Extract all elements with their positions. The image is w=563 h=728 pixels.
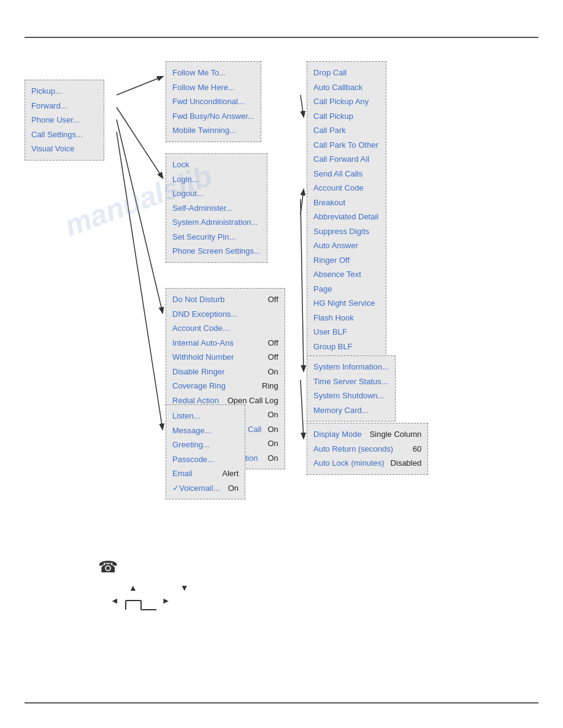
main-area: Pickup... Forward... Phone User... Call … (25, 61, 551, 490)
menu-item-disable-ringer[interactable]: Disable RingerOn (172, 365, 278, 379)
menu-item-memory-card[interactable]: Memory Card... (313, 403, 389, 418)
svg-line-2 (117, 119, 163, 313)
col3-box1-menu: Drop Call Auto Callback Call Pickup Any … (307, 61, 386, 373)
menu-item-auto-lock[interactable]: Auto Lock (minutes)Disabled (313, 456, 421, 471)
menu-item-auto-return[interactable]: Auto Return (seconds)60 (313, 442, 421, 457)
svg-line-4 (301, 95, 304, 116)
menu-item-withhold-number[interactable]: Withhold NumberOff (172, 350, 278, 365)
col3-box3-menu: Display ModeSingle Column Auto Return (s… (307, 423, 428, 475)
svg-line-7 (301, 199, 304, 371)
menu-item-lock[interactable]: Lock (172, 157, 261, 172)
menu-item-system-shutdown[interactable]: System Shutdown... (313, 389, 389, 403)
svg-line-1 (117, 107, 163, 178)
left-arrow[interactable]: ◄ (110, 596, 119, 605)
menu-item-auto-answer[interactable]: Auto Answer (313, 238, 380, 253)
menu-item-drop-call[interactable]: Drop Call (313, 66, 380, 80)
menu-item-forward[interactable]: Forward... (31, 99, 98, 113)
menu-item-call-pickup[interactable]: Call Pickup (313, 109, 380, 124)
menu-item-visual-voice[interactable]: Visual Voice (31, 142, 98, 156)
menu-item-account-code2[interactable]: Account Code (313, 181, 380, 195)
menu-item-page[interactable]: Page (313, 282, 380, 297)
col2-box2-menu: Lock Login... Logout... Self-Administer.… (166, 153, 267, 263)
menu-item-call-pickup-any[interactable]: Call Pickup Any (313, 94, 380, 109)
menu-item-fwd-unconditional[interactable]: Fwd Unconditional... (172, 94, 255, 109)
col2-box4-menu: Listen... Message... Greeting... Passcod… (166, 404, 245, 499)
menu-item-system-info[interactable]: System Information... (313, 360, 389, 374)
up-arrow[interactable]: ▲ (129, 583, 137, 593)
menu-item-absence-text[interactable]: Absence Text (313, 267, 380, 282)
svg-line-0 (117, 77, 163, 95)
menu-item-call-park-to-other[interactable]: Call Park To Other (313, 138, 380, 153)
menu-item-listen[interactable]: Listen... (172, 409, 239, 423)
signal-diagram (123, 594, 172, 615)
menu-item-internal-auto-ans[interactable]: Internal Auto-AnsOff (172, 336, 278, 351)
phone-icon: ☎ (98, 558, 118, 577)
menu-item-call-settings[interactable]: Call Settings... (31, 127, 98, 142)
svg-line-6 (301, 380, 304, 438)
menu-item-time-server[interactable]: Time Server Status... (313, 374, 389, 389)
menu-item-call-forward-all[interactable]: Call Forward All (313, 152, 380, 167)
col2-box1-menu: Follow Me To... Follow Me Here... Fwd Un… (166, 61, 261, 142)
menu-item-flash-hook[interactable]: Flash Hook (313, 311, 380, 325)
menu-item-auto-callback[interactable]: Auto Callback (313, 80, 380, 95)
menu-item-greeting[interactable]: Greeting... (172, 438, 239, 452)
menu-item-phone-screen-settings[interactable]: Phone Screen Settings... (172, 244, 261, 259)
menu-item-email[interactable]: EmailAlert (172, 466, 239, 481)
menu-item-pickup[interactable]: Pickup... (31, 84, 98, 99)
down-arrow[interactable]: ▼ (180, 583, 189, 593)
signal-svg (123, 594, 172, 613)
menu-item-call-park[interactable]: Call Park (313, 123, 380, 138)
menu-item-fwd-busy[interactable]: Fwd Busy/No Answer... (172, 109, 255, 124)
menu-item-dnd[interactable]: Do Not DisturbOff (172, 292, 278, 307)
menu-item-set-security-pin[interactable]: Set Security Pin... (172, 230, 261, 245)
col1-menu: Pickup... Forward... Phone User... Call … (25, 80, 104, 161)
top-rule (25, 37, 538, 38)
menu-item-follow-me-to[interactable]: Follow Me To... (172, 66, 255, 80)
svg-line-5 (301, 190, 304, 214)
menu-item-passcode[interactable]: Passcode... (172, 452, 239, 467)
menu-item-abbreviated-detail[interactable]: Abbreviated Detail (313, 210, 380, 224)
menu-item-dnd-exceptions[interactable]: DND Exceptions... (172, 307, 278, 322)
menu-item-message[interactable]: Message... (172, 423, 239, 438)
menu-item-send-all-calls[interactable]: Send All Calls (313, 167, 380, 181)
bottom-rule (25, 702, 538, 703)
menu-item-display-mode[interactable]: Display ModeSingle Column (313, 427, 421, 442)
menu-item-logout[interactable]: Logout... (172, 186, 261, 201)
menu-item-phone-user[interactable]: Phone User... (31, 113, 98, 127)
menu-item-ringer-off[interactable]: Ringer Off (313, 253, 380, 268)
menu-item-login[interactable]: Login... (172, 172, 261, 187)
menu-item-mobile-twinning[interactable]: Mobile Twinning... (172, 123, 255, 138)
menu-item-system-admin[interactable]: System Administration... (172, 215, 261, 230)
menu-item-group-blf[interactable]: Group BLF (313, 339, 380, 354)
menu-item-voicemail[interactable]: ✓Voicemail...On (172, 481, 239, 496)
menu-item-hg-night-service[interactable]: HG Night Service (313, 296, 380, 311)
menu-item-suppress-digits[interactable]: Suppress Digits (313, 224, 380, 239)
menu-item-user-blf[interactable]: User BLF (313, 325, 380, 339)
menu-item-follow-me-here[interactable]: Follow Me Here... (172, 80, 255, 95)
diagram: Pickup... Forward... Phone User... Call … (25, 61, 552, 490)
menu-item-breakout[interactable]: Breakout (313, 195, 380, 210)
menu-item-account-code[interactable]: Account Code... (172, 321, 278, 336)
menu-item-coverage-ring[interactable]: Coverage RingRing (172, 379, 278, 393)
col3-box2-menu: System Information... Time Server Status… (307, 355, 396, 422)
svg-line-3 (117, 132, 163, 429)
menu-item-self-administer[interactable]: Self-Administer... (172, 201, 261, 216)
